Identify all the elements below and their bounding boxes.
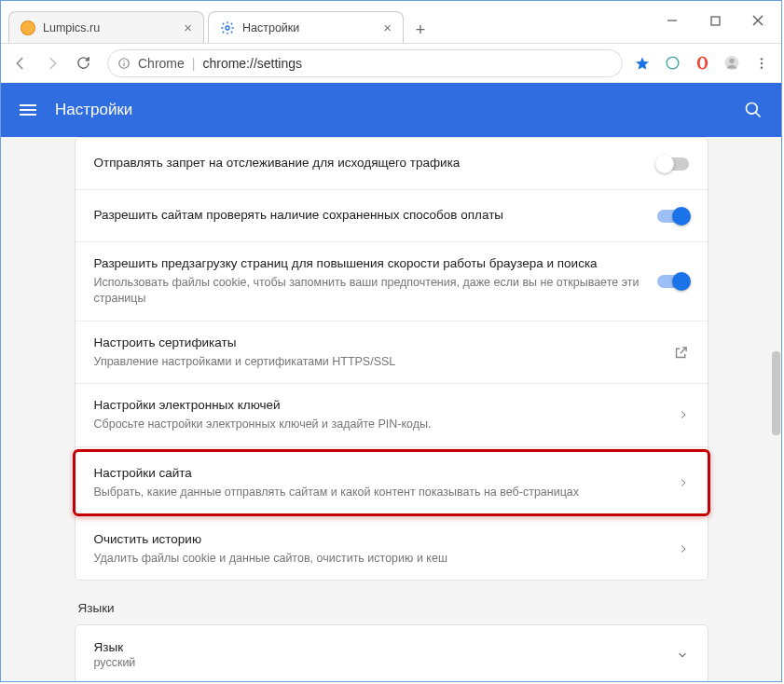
settings-row-site-settings[interactable]: Настройки сайтаВыбрать, какие данные отп… <box>73 449 710 516</box>
svg-point-16 <box>747 103 758 115</box>
favicon-icon <box>21 21 35 35</box>
external-link-icon <box>673 345 689 361</box>
settings-row-preload: Разрешить предзагрузку страниц для повыш… <box>76 242 708 321</box>
settings-row-clear-history[interactable]: Очистить историюУдалить файлы cookie и д… <box>76 518 708 580</box>
language-title: Язык <box>94 640 676 654</box>
close-icon[interactable]: × <box>383 20 392 35</box>
chevron-down-icon <box>676 649 689 662</box>
address-origin: Chrome <box>138 56 185 71</box>
new-tab-button[interactable]: + <box>407 17 433 43</box>
privacy-card: Отправлять запрет на отслеживание для ис… <box>75 137 708 581</box>
svg-point-12 <box>729 59 734 63</box>
svg-rect-1 <box>711 17 720 25</box>
settings-row-do-not-track: Отправлять запрет на отслеживание для ис… <box>76 138 708 190</box>
extension-opera-icon[interactable] <box>694 55 710 72</box>
row-title: Очистить историю <box>94 531 663 549</box>
back-button[interactable] <box>12 55 33 72</box>
gear-icon <box>220 21 235 35</box>
row-subtitle: Удалить файлы cookie и данные сайтов, оч… <box>94 551 663 568</box>
address-bar: Chrome | chrome://settings <box>1 44 781 83</box>
address-path: chrome://settings <box>202 56 302 71</box>
row-title: Разрешить предзагрузку страниц для повыш… <box>94 255 642 273</box>
row-title: Отправлять запрет на отслеживание для ис… <box>94 155 642 172</box>
language-row[interactable]: Язык русский <box>75 624 708 681</box>
svg-point-15 <box>761 66 763 68</box>
svg-point-10 <box>699 58 705 68</box>
svg-point-8 <box>667 57 679 69</box>
row-subtitle: Выбрать, какие данные отправлять сайтам … <box>94 485 663 501</box>
chevron-right-icon <box>678 409 689 420</box>
close-button[interactable] <box>736 7 779 34</box>
reload-button[interactable] <box>76 55 96 71</box>
minimize-button[interactable] <box>651 7 694 34</box>
address-field[interactable]: Chrome | chrome://settings <box>107 49 623 77</box>
svg-line-17 <box>756 113 761 117</box>
svg-point-13 <box>761 58 763 60</box>
row-title: Настроить сертификаты <box>94 335 658 352</box>
toggle-switch[interactable] <box>657 157 689 171</box>
svg-point-4 <box>226 26 229 30</box>
bookmark-star-icon[interactable] <box>634 55 651 72</box>
row-title: Настройки электронных ключей <box>94 397 663 415</box>
info-icon <box>117 57 131 70</box>
svg-point-14 <box>761 62 763 63</box>
profile-avatar-icon[interactable] <box>723 55 740 72</box>
row-subtitle: Управление настройками и сертификатами H… <box>94 354 658 371</box>
chevron-right-icon <box>678 543 689 554</box>
hamburger-menu-icon[interactable] <box>20 104 36 116</box>
toolbar-actions <box>634 55 770 72</box>
settings-row-payment-methods: Разрешить сайтам проверять наличие сохра… <box>76 190 708 242</box>
forward-button[interactable] <box>44 55 64 72</box>
row-title: Настройки сайта <box>94 465 663 483</box>
close-icon[interactable]: × <box>184 20 192 35</box>
tab-title: Lumpics.ru <box>43 21 100 34</box>
row-title: Разрешить сайтам проверять наличие сохра… <box>94 207 642 225</box>
settings-header: Настройки <box>1 83 781 137</box>
tab-lumpics[interactable]: Lumpics.ru × <box>8 11 204 43</box>
row-subtitle: Использовать файлы cookie, чтобы запомни… <box>94 275 642 308</box>
menu-dots-icon[interactable] <box>753 55 770 72</box>
page-title: Настройки <box>55 101 744 119</box>
settings-row-certificates[interactable]: Настроить сертификатыУправление настройк… <box>76 321 708 384</box>
settings-row-security-keys[interactable]: Настройки электронных ключейСбросьте нас… <box>76 384 708 446</box>
row-subtitle: Сбросьте настройки электронных ключей и … <box>94 417 663 433</box>
window-controls <box>651 7 779 34</box>
chevron-right-icon <box>678 477 689 488</box>
scrollbar-thumb[interactable] <box>772 351 780 435</box>
tab-title: Настройки <box>242 21 299 34</box>
tab-settings[interactable]: Настройки × <box>208 11 404 43</box>
toggle-switch[interactable] <box>657 210 689 223</box>
settings-content[interactable]: Отправлять запрет на отслеживание для ис… <box>1 137 781 681</box>
search-icon[interactable] <box>744 101 763 119</box>
language-value: русский <box>94 656 676 669</box>
browser-window: Lumpics.ru × Настройки × + Chrome | <box>0 0 782 682</box>
extension-circle-icon[interactable] <box>664 55 681 72</box>
section-label-languages: Языки <box>75 601 708 615</box>
toggle-switch[interactable] <box>657 275 689 288</box>
svg-point-7 <box>123 60 124 61</box>
maximize-button[interactable] <box>694 7 736 34</box>
